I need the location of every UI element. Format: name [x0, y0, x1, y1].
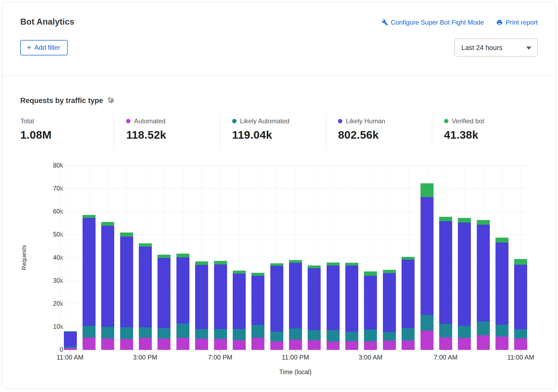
print-report-link[interactable]: Print report [496, 19, 538, 26]
stacked-bar[interactable] [83, 215, 96, 350]
stacked-bar[interactable] [101, 222, 114, 350]
bar-segment-automated[interactable] [83, 338, 96, 350]
bar-segment-verified-bot[interactable] [214, 261, 227, 265]
stacked-bar[interactable] [139, 243, 152, 350]
bar-segment-likely-human[interactable] [514, 265, 527, 329]
bar-segment-automated[interactable] [176, 338, 189, 350]
bar-segment-likely-automated[interactable] [345, 332, 358, 341]
bar-segment-verified-bot[interactable] [270, 263, 283, 266]
bar-segment-automated[interactable] [383, 341, 396, 350]
bar-segment-likely-automated[interactable] [458, 326, 471, 338]
bar-segment-likely-human[interactable] [233, 274, 246, 329]
bar-segment-likely-human[interactable] [120, 237, 133, 327]
bar-segment-likely-human[interactable] [214, 264, 227, 329]
bar-segment-verified-bot[interactable] [458, 218, 471, 222]
bar-segment-likely-automated[interactable] [270, 332, 283, 341]
bar-segment-likely-automated[interactable] [421, 315, 434, 331]
bar-segment-likely-human[interactable] [495, 242, 508, 325]
bar-segment-verified-bot[interactable] [364, 271, 377, 276]
bar-segment-likely-human[interactable] [157, 258, 170, 328]
bar-segment-likely-human[interactable] [383, 273, 396, 332]
bar-segment-automated[interactable] [233, 340, 246, 350]
stacked-bar[interactable] [233, 271, 246, 350]
bar-segment-likely-automated[interactable] [195, 329, 208, 339]
bar-segment-likely-human[interactable] [421, 197, 434, 315]
bar-segment-likely-human[interactable] [64, 332, 77, 347]
bar-segment-likely-human[interactable] [270, 266, 283, 331]
bar-segment-automated[interactable] [327, 341, 340, 350]
bar-segment-likely-automated[interactable] [214, 329, 227, 339]
stacked-bar[interactable] [402, 257, 415, 350]
add-filter-button[interactable]: + Add filter [20, 40, 68, 55]
stacked-bar[interactable] [458, 218, 471, 350]
bar-segment-automated[interactable] [64, 348, 77, 350]
bar-segment-automated[interactable] [157, 338, 170, 350]
bar-segment-likely-human[interactable] [327, 265, 340, 330]
bar-segment-likely-automated[interactable] [308, 330, 321, 340]
stacked-bar[interactable] [421, 183, 434, 350]
bar-segment-likely-automated[interactable] [514, 329, 527, 338]
bar-segment-verified-bot[interactable] [383, 270, 396, 273]
bar-segment-automated[interactable] [514, 338, 527, 350]
bar-segment-likely-human[interactable] [364, 276, 377, 330]
bar-segment-verified-bot[interactable] [327, 263, 340, 265]
bar-segment-likely-automated[interactable] [383, 332, 396, 341]
bar-segment-likely-human[interactable] [289, 263, 302, 328]
stacked-bar[interactable] [157, 255, 170, 350]
bar-segment-likely-automated[interactable] [289, 328, 302, 340]
bar-segment-verified-bot[interactable] [101, 222, 114, 226]
bar-segment-automated[interactable] [120, 339, 133, 350]
bar-segment-automated[interactable] [458, 338, 471, 350]
bar-segment-automated[interactable] [402, 340, 415, 350]
bar-segment-verified-bot[interactable] [139, 243, 152, 247]
bar-segment-likely-automated[interactable] [83, 326, 96, 338]
bar-segment-verified-bot[interactable] [83, 215, 96, 218]
bar-segment-verified-bot[interactable] [233, 271, 246, 274]
bar-segment-automated[interactable] [139, 338, 152, 350]
stacked-bar[interactable] [176, 254, 189, 350]
bar-segment-likely-automated[interactable] [439, 324, 452, 337]
stacked-bar[interactable] [251, 273, 264, 350]
stacked-bar[interactable] [214, 261, 227, 350]
bar-segment-likely-human[interactable] [251, 276, 264, 325]
bar-segment-likely-automated[interactable] [101, 327, 114, 338]
bar-segment-likely-human[interactable] [83, 218, 96, 325]
bar-segment-likely-automated[interactable] [157, 328, 170, 338]
bar-segment-verified-bot[interactable] [495, 238, 508, 242]
bar-segment-automated[interactable] [195, 339, 208, 350]
bar-segment-likely-human[interactable] [439, 221, 452, 324]
stacked-bar[interactable] [439, 217, 452, 350]
stacked-bar[interactable] [195, 261, 208, 350]
configure-super-bot-fight-mode-link[interactable]: Configure Super Bot Fight Mode [382, 19, 484, 26]
bar-segment-automated[interactable] [270, 341, 283, 350]
bar-segment-verified-bot[interactable] [289, 260, 302, 263]
stacked-bar[interactable] [120, 232, 133, 350]
bar-segment-likely-human[interactable] [477, 225, 490, 321]
bar-segment-verified-bot[interactable] [157, 255, 170, 258]
bar-segment-likely-automated[interactable] [251, 325, 264, 338]
bar-segment-automated[interactable] [308, 340, 321, 350]
bar-segment-verified-bot[interactable] [120, 232, 133, 237]
bar-segment-likely-human[interactable] [308, 268, 321, 330]
bar-segment-automated[interactable] [214, 339, 227, 350]
stacked-bar[interactable] [383, 270, 396, 350]
bar-segment-verified-bot[interactable] [421, 183, 434, 197]
bar-segment-likely-human[interactable] [139, 247, 152, 327]
bar-segment-likely-automated[interactable] [233, 329, 246, 340]
stacked-bar[interactable] [495, 238, 508, 350]
bar-segment-likely-automated[interactable] [402, 328, 415, 340]
bar-segment-verified-bot[interactable] [308, 265, 321, 268]
bar-segment-verified-bot[interactable] [477, 220, 490, 225]
bar-segment-verified-bot[interactable] [439, 217, 452, 221]
stacked-bar[interactable] [308, 265, 321, 350]
bar-segment-verified-bot[interactable] [176, 254, 189, 257]
stacked-bar[interactable] [64, 331, 77, 350]
bar-segment-automated[interactable] [421, 331, 434, 350]
bar-segment-verified-bot[interactable] [345, 263, 358, 265]
stacked-bar[interactable] [270, 263, 283, 350]
bar-segment-verified-bot[interactable] [251, 273, 264, 276]
stacked-bar[interactable] [289, 260, 302, 350]
bar-segment-verified-bot[interactable] [195, 261, 208, 265]
bar-segment-automated[interactable] [477, 335, 490, 350]
bar-segment-automated[interactable] [439, 337, 452, 350]
